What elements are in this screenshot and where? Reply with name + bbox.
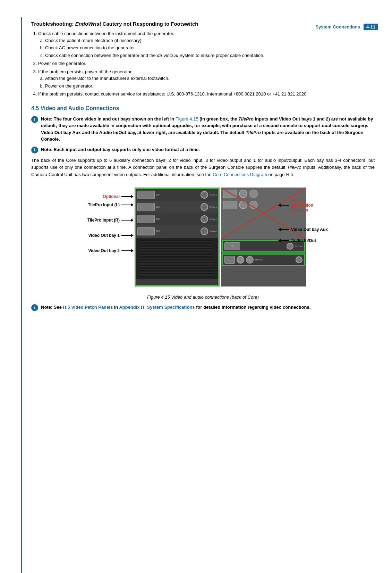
note-text-3: Note: See H.5 Video Patch Panels in Appe… — [41, 304, 310, 311]
note-box-3: i Note: See H.5 Video Patch Panels in Ap… — [31, 304, 375, 311]
audio-inout-label: Audio In/Out — [291, 238, 316, 243]
list-item: If the problem persists, power off the g… — [38, 68, 375, 90]
tilepro-l-label: TilePro Input (L) — [78, 202, 120, 207]
list-item: If the problem persists, contact custome… — [38, 91, 375, 98]
body-paragraph: The back of the Core supports up to 6 au… — [31, 157, 375, 178]
left-border — [21, 17, 22, 573]
figure-caption: Figure 4.15 Video and audio connections … — [31, 294, 375, 300]
section-45-title: 4.5 Video and Audio Connections — [31, 105, 375, 111]
figure-area: Optional TilePro Input (L) — [31, 184, 375, 300]
list-item: Power on the generator. — [45, 83, 375, 90]
diagram-panels: DVI S-Video DVI S-Video — [135, 188, 306, 286]
content-area: Troubleshooting: EndoWrist Cautery not R… — [31, 17, 375, 311]
page: System Connections 4-11 Troubleshooting:… — [0, 17, 392, 573]
optional-label: Optional — [78, 194, 120, 199]
list-item: Check the patient return electrode (if n… — [45, 37, 375, 44]
list-item: Power on the generator. — [38, 60, 375, 67]
info-icon-1: i — [31, 116, 38, 123]
videoout2-label: Video Out bay 2 — [78, 248, 120, 253]
left-panel: DVI S-Video DVI S-Video — [135, 188, 220, 286]
list-item: Check cable connections between the inst… — [38, 30, 375, 59]
videoout-aux-label: Video Out bay Aux — [291, 227, 328, 232]
videoout2-arrow — [121, 250, 131, 251]
list-item: Check AC power connection to the generat… — [45, 44, 375, 51]
videoout1-arrow — [121, 235, 131, 236]
left-labels: Optional TilePro Input (L) — [78, 193, 131, 255]
note-text-2: Note: Each input and output bay supports… — [41, 146, 200, 153]
not-for-connection-label: Not for connection by users — [291, 198, 313, 213]
page-number: 4-11 — [364, 24, 378, 30]
note-box-1: i Note: The four Core video in and out b… — [31, 116, 375, 143]
tilepro-r-label: TilePro Input (R) — [78, 218, 120, 223]
header-bar: System Connections 4-11 — [315, 24, 378, 30]
troubleshooting-steps: Check cable connections between the inst… — [38, 30, 375, 98]
optional-arrow — [121, 196, 131, 197]
info-icon-2: i — [31, 147, 38, 153]
info-icon-3: i — [31, 304, 38, 311]
note-text-1: Note: The four Core video in and out bay… — [41, 116, 375, 143]
note-box-2: i Note: Each input and output bay suppor… — [31, 146, 375, 153]
list-item: Check cable connection between the gener… — [45, 52, 375, 59]
section-title: System Connections — [315, 24, 360, 30]
tilepro-r-arrow — [121, 220, 131, 221]
videoout1-label: Video Out bay 1 — [78, 233, 120, 238]
list-item: Attach the generator to the manufacturer… — [45, 75, 375, 82]
right-labels: Not for connection by users Video Out ba… — [281, 198, 328, 243]
tilepro-l-arrow — [121, 205, 131, 205]
